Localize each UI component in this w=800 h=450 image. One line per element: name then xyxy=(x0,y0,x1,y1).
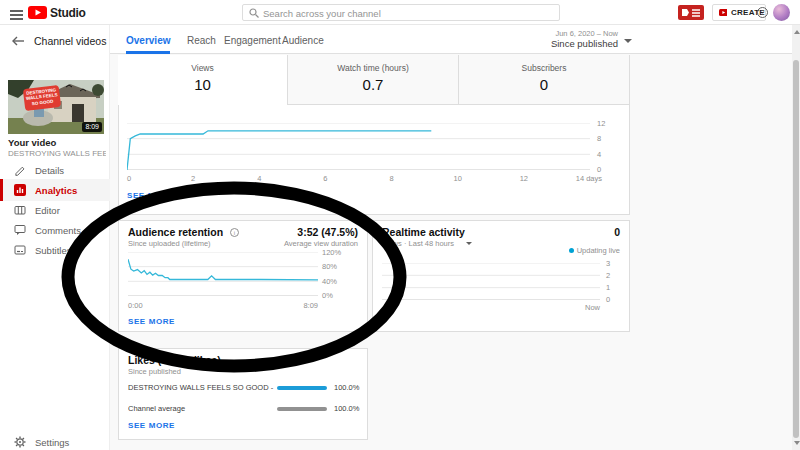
retention-value-caption: Average view duration xyxy=(238,239,358,248)
retention-ytick: 120% xyxy=(322,248,341,257)
editor-icon xyxy=(14,204,26,216)
likes-row-value: 100.0% xyxy=(334,404,359,413)
extension-badge-icon xyxy=(678,5,704,20)
retention-line-chart xyxy=(128,252,318,296)
search-input[interactable]: Search across your channel xyxy=(242,4,560,21)
live-dot-icon xyxy=(569,248,574,253)
views-line-chart xyxy=(127,123,590,170)
metric-views[interactable]: Views 10 xyxy=(118,55,287,105)
realtime-title: Realtime activity xyxy=(382,226,465,238)
sidebar-item-comments[interactable]: Comments xyxy=(0,219,110,241)
metric-subscribers[interactable]: Subscribers 0 xyxy=(458,55,629,105)
retention-x-end: 8:09 xyxy=(288,301,318,310)
likes-see-more-link[interactable]: SEE MORE xyxy=(128,421,175,430)
retention-ytick: 40% xyxy=(322,277,337,286)
likes-title: Likes (vs. dislikes) xyxy=(128,354,221,366)
likes-bar-video xyxy=(277,386,327,390)
menu-icon[interactable] xyxy=(10,8,23,22)
avatar[interactable] xyxy=(773,4,790,21)
video-duration-badge: 8:09 xyxy=(82,122,102,132)
views-ytick: 0 xyxy=(597,165,601,174)
subtitles-icon xyxy=(14,244,26,256)
tab-audience[interactable]: Audience xyxy=(282,35,324,46)
youtube-studio-analytics-page: Studio Search across your channel CREATE xyxy=(0,0,800,450)
date-dropdown-caret-icon[interactable] xyxy=(624,39,632,43)
pencil-icon xyxy=(14,164,26,176)
realtime-ytick: 3 xyxy=(606,259,610,268)
sidebar-item-subtitles[interactable]: Subtitles xyxy=(0,239,110,261)
back-arrow-icon[interactable] xyxy=(12,36,25,46)
comments-icon xyxy=(14,224,26,236)
create-camera-icon xyxy=(719,8,727,17)
realtime-filter[interactable]: Views · Last 48 hours xyxy=(382,239,454,248)
likes-bar-track xyxy=(277,407,327,411)
active-tab-underline xyxy=(126,51,170,54)
top-header: Studio Search across your channel CREATE xyxy=(0,0,800,25)
views-ytick: 4 xyxy=(597,150,601,159)
help-icon[interactable]: ? xyxy=(757,7,768,18)
realtime-x-end: Now xyxy=(540,303,600,312)
likes-row-label: DESTROYING WALLS FEELS SO GOOD - House F… xyxy=(128,383,274,392)
tab-overview[interactable]: Overview xyxy=(126,35,170,46)
thumbnail-caption: DESTROYING WALLS FEELS SO GOOD xyxy=(23,85,61,111)
likes-bar-channel-average xyxy=(277,407,327,411)
views-ytick: 8 xyxy=(597,134,601,143)
likes-subtitle: Since published xyxy=(128,367,181,376)
retention-ytick: 80% xyxy=(322,262,337,271)
sidebar-item-analytics[interactable]: Analytics xyxy=(0,179,110,201)
overview-see-more-link[interactable]: SEE MORE xyxy=(127,191,174,200)
retention-ytick: 0% xyxy=(322,291,333,300)
video-title: DESTROYING WALLS FEELS SO GO... xyxy=(8,149,106,158)
analytics-icon xyxy=(14,184,26,196)
tab-engagement[interactable]: Engagement xyxy=(224,35,281,46)
brand-title: Studio xyxy=(50,6,86,20)
your-video-label: Your video xyxy=(8,137,56,148)
sidebar: Channel videos DESTROYING WALLS FEELS SO… xyxy=(0,25,110,450)
scrollbar-down-arrow[interactable] xyxy=(794,441,800,445)
live-label: Updating live xyxy=(577,246,620,255)
date-mode: Since published xyxy=(480,38,618,49)
views-xaxis: 0 2 4 6 8 10 12 14 days xyxy=(127,174,590,184)
sidebar-item-details[interactable]: Details xyxy=(0,159,110,181)
sidebar-item-editor[interactable]: Editor xyxy=(0,199,110,221)
realtime-bar-chart xyxy=(382,263,600,300)
realtime-ytick: 2 xyxy=(606,271,610,280)
scrollbar-up-arrow[interactable] xyxy=(794,30,800,34)
likes-row-value: 100.0% xyxy=(334,383,359,392)
realtime-ytick: 1 xyxy=(606,283,610,292)
search-icon xyxy=(249,8,259,18)
realtime-live-status: Updating live xyxy=(480,239,620,257)
retention-see-more-link[interactable]: SEE MORE xyxy=(128,317,175,326)
views-ytick: 12 xyxy=(597,119,605,128)
tab-reach[interactable]: Reach xyxy=(187,35,216,46)
date-filter[interactable]: Jun 6, 2020 – Now Since published xyxy=(480,29,618,49)
retention-subtitle: Since uploaded (lifetime) xyxy=(128,239,211,248)
realtime-dropdown-caret-icon[interactable] xyxy=(466,242,472,245)
likes-row-label: Channel average xyxy=(128,404,274,413)
sidebar-title: Channel videos xyxy=(34,35,106,47)
youtube-logo-icon[interactable] xyxy=(28,6,47,19)
gear-icon xyxy=(14,436,26,448)
search-placeholder: Search across your channel xyxy=(263,6,381,21)
retention-x-start: 0:00 xyxy=(128,301,143,310)
retention-title: Audience retention xyxy=(128,226,223,238)
likes-bar-track xyxy=(277,386,327,390)
metric-watch-time[interactable]: Watch time (hours) 0.7 xyxy=(287,55,458,105)
date-range: Jun 6, 2020 – Now xyxy=(480,29,618,38)
realtime-value: 0 xyxy=(520,226,620,238)
sidebar-item-settings[interactable]: Settings xyxy=(0,431,110,450)
scrollbar-thumb[interactable] xyxy=(793,60,799,438)
realtime-ytick: 0 xyxy=(606,295,610,304)
extension-badge[interactable] xyxy=(678,5,704,20)
video-thumbnail[interactable]: DESTROYING WALLS FEELS SO GOOD 8:09 xyxy=(8,80,104,134)
retention-value: 3:52 (47.5%) xyxy=(238,226,358,238)
